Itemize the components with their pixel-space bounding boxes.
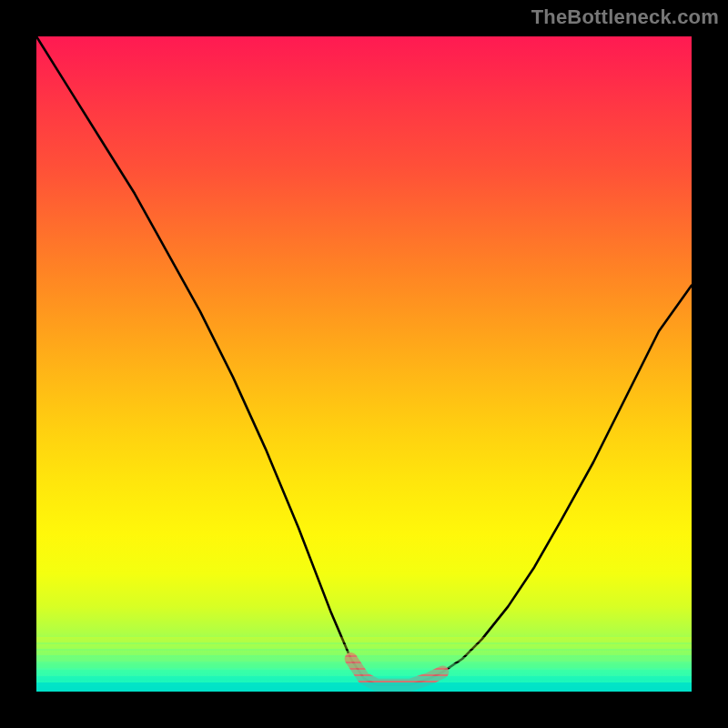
plot-area xyxy=(36,36,692,692)
sweet-spot-highlight xyxy=(351,659,443,685)
watermark-text: TheBottleneck.com xyxy=(531,5,719,29)
chart-frame: TheBottleneck.com xyxy=(0,0,728,728)
bottleneck-curve xyxy=(36,36,692,685)
curve-layer xyxy=(36,36,692,692)
